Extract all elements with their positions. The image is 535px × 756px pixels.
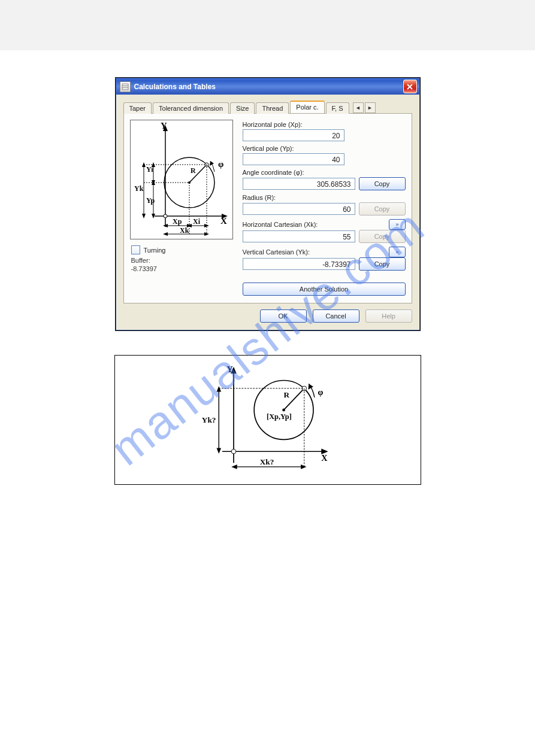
ok-button[interactable]: OK	[260, 309, 307, 323]
right-column: Horizontal pole (Xp): 20 Vertical pole (…	[243, 120, 406, 296]
xk-input[interactable]: 55	[243, 230, 355, 242]
tab-scroll-right[interactable]: ►	[365, 102, 376, 113]
dialog-window: Calculations and Tables Taper Toleranced…	[116, 78, 420, 330]
svg-marker-15	[142, 214, 146, 218]
phi-input[interactable]: 305.68533	[243, 178, 355, 190]
close-icon	[407, 84, 413, 90]
titlebar: Calculations and Tables	[116, 78, 419, 95]
xk-label: Horizontal Cartesian (Xk):	[243, 221, 318, 228]
dialog-title: Calculations and Tables	[134, 83, 216, 91]
turning-label: Turning	[144, 247, 166, 254]
app-icon	[120, 81, 131, 92]
d1-label-Xp: Xp	[173, 217, 182, 226]
left-column: Y X R	[130, 120, 238, 296]
copy-xk-button: Copy	[359, 230, 406, 243]
svg-marker-44	[308, 384, 313, 390]
turning-checkbox-row: Turning	[131, 245, 238, 254]
top-band	[0, 0, 535, 50]
svg-rect-0	[122, 84, 128, 90]
d2-label-center: [Xp,Yp]	[267, 412, 292, 421]
yk-input[interactable]: -8.73397	[243, 258, 355, 270]
tab-taper[interactable]: Taper	[123, 102, 152, 114]
d1-label-R: R	[191, 166, 196, 175]
xp-label: Horizontal pole (Xp):	[243, 121, 406, 128]
tab-scroll-left[interactable]: ◄	[353, 102, 364, 113]
tab-toleranced[interactable]: Toleranced dimension	[153, 102, 229, 114]
yk-transfer-button[interactable]: »	[389, 247, 406, 257]
dialog-client: Taper Toleranced dimension Size Thread P…	[116, 95, 419, 330]
d2-label-R: R	[283, 390, 289, 399]
close-button[interactable]	[403, 80, 417, 93]
another-solution-button[interactable]: Another Solution	[243, 283, 406, 296]
copy-yk-button[interactable]: Copy	[359, 257, 406, 271]
buffer-value: -8.73397	[131, 265, 238, 272]
tab-scroll: ◄ ►	[353, 102, 376, 113]
d2-label-Xk: Xk?	[259, 457, 274, 466]
yp-label: Vertical pole (Yp):	[243, 145, 406, 152]
d1-label-X: X	[220, 216, 227, 226]
svg-point-39	[231, 449, 236, 454]
copy-phi-button[interactable]: Copy	[359, 177, 406, 190]
svg-marker-12	[210, 161, 214, 166]
buffer-label: Buffer:	[131, 257, 238, 264]
d1-label-Y: Y	[161, 121, 167, 130]
tab-strip: Taper Toleranced dimension Size Thread P…	[123, 101, 412, 114]
d1-label-Yi: Yi	[146, 165, 153, 174]
svg-marker-46	[216, 386, 221, 392]
svg-marker-34	[163, 232, 168, 236]
phi-label: Angle coordinate (φ):	[243, 169, 406, 176]
xk-transfer-button[interactable]: »	[389, 219, 406, 230]
tab-size[interactable]: Size	[230, 102, 255, 114]
cancel-button[interactable]: Cancel	[313, 309, 359, 323]
d2-label-Y: Y	[226, 365, 233, 374]
tab-polar[interactable]: Polar c.	[290, 101, 324, 113]
diagram-2: Y X [Xp,Yp] R φ Yk? Xk?	[190, 363, 346, 477]
r-label: Radius (R):	[243, 194, 406, 201]
d2-label-Yk: Yk?	[201, 415, 216, 424]
turning-checkbox[interactable]	[131, 245, 140, 254]
r-input[interactable]: 60	[243, 203, 355, 215]
copy-r-button: Copy	[359, 202, 406, 215]
yp-input[interactable]: 40	[243, 153, 344, 165]
dialog-frame: Calculations and Tables Taper Toleranced…	[115, 77, 421, 331]
tab-panel-polar: Y X R	[123, 114, 412, 303]
diagram-1: Y X R	[130, 120, 233, 239]
svg-marker-47	[216, 448, 221, 454]
d1-label-Xk: Xk	[180, 226, 189, 235]
tab-thread[interactable]: Thread	[256, 102, 289, 114]
dialog-button-row: OK Cancel Help	[123, 309, 412, 323]
d1-label-Xi: Xi	[193, 217, 201, 226]
svg-point-7	[164, 214, 167, 218]
xp-input[interactable]: 20	[243, 129, 344, 141]
d1-label-Yp: Yp	[146, 196, 155, 205]
d1-label-phi: φ	[218, 159, 223, 169]
yk-label: Vertical Cartesian (Yk):	[243, 248, 310, 256]
d2-label-phi: φ	[318, 387, 323, 397]
d2-label-X: X	[321, 453, 328, 463]
help-button: Help	[365, 309, 412, 323]
tab-fs[interactable]: F, S	[326, 102, 349, 114]
d1-label-Yk: Yk	[134, 184, 144, 193]
svg-marker-50	[301, 464, 307, 469]
diagram-2-frame: Y X [Xp,Yp] R φ Yk? Xk?	[114, 355, 421, 485]
page-body: manualshive.com Calculations and Tables …	[0, 50, 535, 509]
svg-marker-51	[231, 464, 237, 469]
